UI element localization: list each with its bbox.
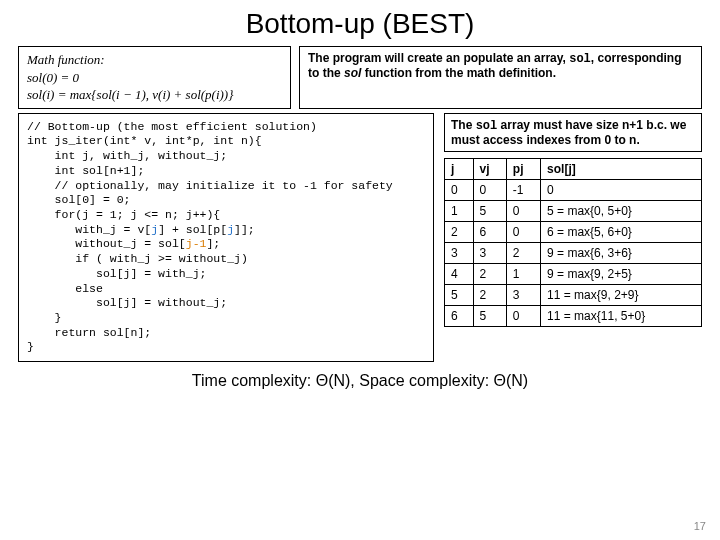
- code-l12: sol[j] = without_j;: [27, 296, 227, 309]
- table-cell: 2: [473, 263, 506, 284]
- code-l10: sol[j] = with_j;: [27, 267, 206, 280]
- th-vj: vj: [473, 158, 506, 179]
- math-line-1: sol(0) = 0: [27, 70, 79, 85]
- table-row: 1505 = max{0, 5+0}: [445, 200, 702, 221]
- code-l8c: ];: [206, 237, 220, 250]
- table-cell: 2: [445, 221, 474, 242]
- table-cell: 2: [473, 284, 506, 305]
- desc-code: sol: [569, 52, 591, 66]
- note-t1: The: [451, 118, 476, 132]
- note-code: sol: [476, 119, 498, 133]
- table-cell: 9 = max{9, 2+5}: [541, 263, 702, 284]
- trace-table: j vj pj sol[j] 00-101505 = max{0, 5+0}26…: [444, 158, 702, 327]
- table-cell: 3: [445, 242, 474, 263]
- table-cell: 6 = max{5, 6+0}: [541, 221, 702, 242]
- th-j: j: [445, 158, 474, 179]
- code-l14: return sol[n];: [27, 326, 151, 339]
- math-line-2: sol(i) = max{sol(i − 1), v(i) + sol(p(i)…: [27, 87, 233, 102]
- desc-t1: The program will create an populate an a…: [308, 51, 569, 65]
- code-l1: int js_iter(int* v, int*p, int n){: [27, 134, 262, 147]
- table-row: 2606 = max{5, 6+0}: [445, 221, 702, 242]
- code-l3: int sol[n+1];: [27, 164, 144, 177]
- table-header-row: j vj pj sol[j]: [445, 158, 702, 179]
- code-l0: // Bottom-up (the most efficient solutio…: [27, 120, 317, 133]
- table-cell: 3: [473, 242, 506, 263]
- math-function-box: Math function: sol(0) = 0 sol(i) = max{s…: [18, 46, 291, 109]
- table-row: 4219 = max{9, 2+5}: [445, 263, 702, 284]
- table-row: 65011 = max{11, 5+0}: [445, 305, 702, 326]
- code-l6: for(j = 1; j <= n; j++){: [27, 208, 220, 221]
- table-cell: 11 = max{11, 5+0}: [541, 305, 702, 326]
- table-row: 52311 = max{9, 2+9}: [445, 284, 702, 305]
- table-cell: 0: [445, 179, 474, 200]
- table-cell: 0: [506, 200, 540, 221]
- table-cell: 9 = max{6, 3+6}: [541, 242, 702, 263]
- table-row: 00-10: [445, 179, 702, 200]
- table-cell: 0: [506, 305, 540, 326]
- table-cell: 5 = max{0, 5+0}: [541, 200, 702, 221]
- th-pj: pj: [506, 158, 540, 179]
- table-cell: 5: [473, 305, 506, 326]
- table-cell: -1: [506, 179, 540, 200]
- main-row: // Bottom-up (the most efficient solutio…: [0, 109, 720, 363]
- th-solj: sol[j]: [541, 158, 702, 179]
- code-l2: int j, with_j, without_j;: [27, 149, 227, 162]
- math-label: Math function:: [27, 52, 105, 67]
- desc-t3: function from the math definition.: [361, 66, 556, 80]
- table-cell: 0: [541, 179, 702, 200]
- code-l5: sol[0] = 0;: [27, 193, 131, 206]
- desc-it: sol: [344, 66, 361, 80]
- slide-title: Bottom-up (BEST): [0, 8, 720, 40]
- code-l15: }: [27, 340, 34, 353]
- code-l13: }: [27, 311, 62, 324]
- code-l8a: without_j = sol[: [27, 237, 186, 250]
- code-l8b: j-1: [186, 237, 207, 250]
- table-row: 3329 = max{6, 3+6}: [445, 242, 702, 263]
- table-cell: 4: [445, 263, 474, 284]
- table-cell: 5: [445, 284, 474, 305]
- table-cell: 0: [506, 221, 540, 242]
- code-l7a: with_j = v[: [27, 223, 151, 236]
- table-cell: 3: [506, 284, 540, 305]
- table-cell: 0: [473, 179, 506, 200]
- table-cell: 1: [445, 200, 474, 221]
- table-cell: 2: [506, 242, 540, 263]
- description-box: The program will create an populate an a…: [299, 46, 702, 109]
- table-cell: 6: [445, 305, 474, 326]
- right-column: The sol array must have size n+1 b.c. we…: [444, 113, 702, 327]
- table-cell: 11 = max{9, 2+9}: [541, 284, 702, 305]
- complexity-line: Time complexity: Θ(N), Space complexity:…: [0, 372, 720, 390]
- page-number: 17: [694, 520, 706, 532]
- code-l7e: ]];: [234, 223, 255, 236]
- code-l11: else: [27, 282, 103, 295]
- table-cell: 1: [506, 263, 540, 284]
- table-cell: 5: [473, 200, 506, 221]
- code-l4: // optionally, may initialize it to -1 f…: [27, 179, 393, 192]
- code-l7c: ] + sol[p[: [158, 223, 227, 236]
- code-l9: if ( with_j >= without_j): [27, 252, 248, 265]
- code-box: // Bottom-up (the most efficient solutio…: [18, 113, 434, 363]
- table-cell: 6: [473, 221, 506, 242]
- top-row: Math function: sol(0) = 0 sol(i) = max{s…: [0, 46, 720, 109]
- note-box: The sol array must have size n+1 b.c. we…: [444, 113, 702, 152]
